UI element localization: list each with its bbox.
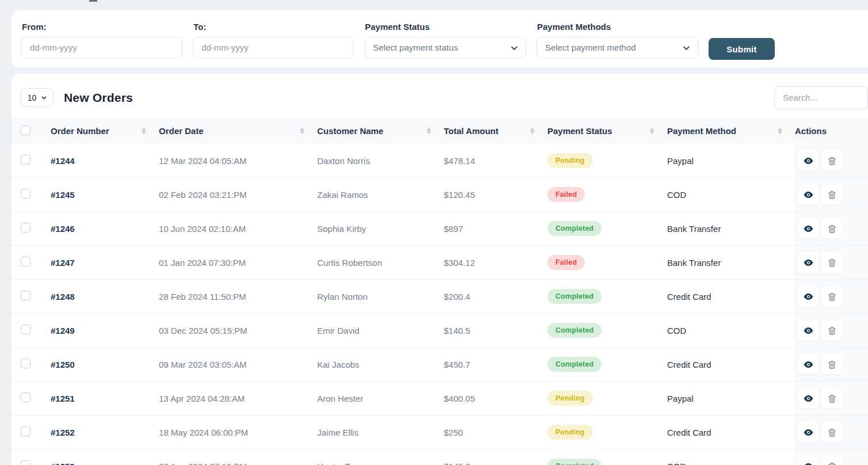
- column-header-customer-name[interactable]: Customer Name: [317, 118, 444, 144]
- delete-order-button[interactable]: [821, 286, 842, 307]
- order-number-link[interactable]: #1250: [51, 360, 75, 369]
- view-order-button[interactable]: [798, 184, 818, 205]
- total-amount: $145.3: [444, 462, 547, 465]
- column-header-order-date[interactable]: Order Date: [159, 118, 317, 144]
- column-header-actions: Actions: [795, 118, 868, 144]
- payment-status-badge: Completed: [547, 289, 601, 304]
- row-checkbox[interactable]: [21, 392, 31, 402]
- sort-arrows-icon[interactable]: [778, 128, 782, 134]
- table-body: #1244 12 Mar 2024 04:05:AM Daxton Norris…: [12, 144, 868, 465]
- orders-card-header: 10 New Orders: [12, 74, 868, 118]
- view-order-button[interactable]: [798, 218, 818, 239]
- payment-methods-label: Payment Methods: [537, 22, 698, 32]
- row-checkbox[interactable]: [21, 325, 31, 334]
- row-checkbox[interactable]: [21, 257, 31, 266]
- sort-arrows-icon[interactable]: [650, 128, 654, 134]
- total-amount: $200.4: [444, 292, 547, 302]
- table-row: #1244 12 Mar 2024 04:05:AM Daxton Norris…: [12, 144, 868, 178]
- order-number-link[interactable]: #1247: [51, 258, 75, 268]
- delete-order-button[interactable]: [821, 456, 842, 465]
- payment-method: COD: [667, 190, 795, 200]
- total-amount: $897: [444, 224, 547, 234]
- payment-method: Credit Card: [667, 360, 795, 369]
- select-all-checkbox[interactable]: [21, 125, 31, 135]
- order-date: 28 Feb 2024 11:50:PM: [159, 292, 317, 302]
- table-header-row: Order Number Order Date Customer Name To…: [12, 118, 868, 144]
- order-date: 03 Dec 2024 05:15:PM: [159, 326, 317, 336]
- view-order-button[interactable]: [798, 388, 818, 409]
- customer-name: Kai Jacobs: [317, 360, 444, 369]
- page-size-select[interactable]: 10: [21, 88, 54, 107]
- sort-arrows-icon[interactable]: [530, 128, 535, 134]
- view-order-button[interactable]: [798, 422, 818, 443]
- delete-order-button[interactable]: [821, 252, 842, 273]
- view-order-button[interactable]: [798, 286, 818, 307]
- order-number-link[interactable]: #1251: [51, 394, 75, 403]
- page-size-value: 10: [28, 93, 37, 102]
- delete-order-button[interactable]: [821, 218, 842, 239]
- order-number-link[interactable]: #1249: [51, 326, 75, 336]
- total-amount: $140.5: [444, 326, 547, 336]
- to-date-input[interactable]: [193, 37, 354, 58]
- search-input[interactable]: [774, 86, 868, 109]
- view-order-button[interactable]: [798, 252, 818, 273]
- customer-name: Sophia Kirby: [317, 224, 444, 234]
- row-checkbox[interactable]: [21, 189, 31, 199]
- row-checkbox[interactable]: [21, 291, 31, 300]
- delete-order-button[interactable]: [821, 150, 842, 171]
- trash-icon: [827, 258, 837, 268]
- order-number-link[interactable]: #1244: [51, 156, 75, 166]
- order-number-link[interactable]: #1253: [51, 462, 75, 465]
- view-order-button[interactable]: [798, 354, 818, 375]
- delete-order-button[interactable]: [821, 354, 842, 375]
- column-header-payment-method[interactable]: Payment Method: [667, 118, 795, 144]
- row-checkbox[interactable]: [21, 223, 31, 232]
- row-checkbox[interactable]: [21, 460, 31, 465]
- total-amount: $450.7: [444, 360, 547, 369]
- payment-method: Credit Card: [667, 292, 795, 302]
- row-checkbox[interactable]: [21, 155, 31, 165]
- table-row: #1253 20 Aug 2024 07:10:PM Hector Torres…: [12, 449, 868, 465]
- chevron-down-icon: [41, 94, 46, 99]
- payment-method-select[interactable]: Select payment method: [536, 37, 698, 58]
- order-date: 02 Feb 2024 03:21:PM: [159, 190, 317, 200]
- sort-arrows-icon[interactable]: [300, 128, 304, 134]
- eye-icon: [803, 325, 814, 336]
- order-number-link[interactable]: #1252: [51, 428, 75, 437]
- eye-icon: [803, 461, 814, 465]
- column-header-total-amount[interactable]: Total Amount: [444, 118, 547, 144]
- eye-icon: [803, 393, 814, 404]
- order-number-link[interactable]: #1245: [51, 190, 75, 200]
- payment-status-badge: Completed: [547, 459, 601, 465]
- table-row: #1250 09 Mar 2024 03:05:AM Kai Jacobs $4…: [12, 348, 868, 382]
- total-amount: $304.12: [444, 258, 547, 268]
- payment-status-badge: Pending: [547, 391, 593, 406]
- payment-status-badge: Pending: [547, 425, 593, 440]
- view-order-button[interactable]: [798, 456, 818, 465]
- row-checkbox[interactable]: [21, 359, 31, 368]
- sort-arrows-icon[interactable]: [142, 128, 146, 134]
- delete-order-button[interactable]: [821, 320, 842, 341]
- table-row: #1247 01 Jan 2024 07:30:PM Curtis Robert…: [12, 246, 868, 280]
- delete-order-button[interactable]: [821, 422, 842, 443]
- row-checkbox[interactable]: [21, 426, 31, 436]
- total-amount: $250: [444, 428, 547, 437]
- payment-status-badge: Completed: [547, 357, 601, 372]
- column-header-order-number[interactable]: Order Number: [51, 118, 159, 144]
- delete-order-button[interactable]: [821, 184, 842, 205]
- delete-order-button[interactable]: [821, 388, 842, 409]
- trash-icon: [827, 462, 837, 465]
- submit-button[interactable]: Submit: [709, 38, 775, 60]
- sort-arrows-icon[interactable]: [427, 128, 431, 134]
- payment-status-select[interactable]: Select payment status: [364, 37, 526, 58]
- view-order-button[interactable]: [798, 150, 818, 171]
- column-header-payment-status[interactable]: Payment Status: [547, 118, 667, 144]
- eye-icon: [803, 155, 814, 166]
- order-number-link[interactable]: #1246: [51, 224, 75, 234]
- view-order-button[interactable]: [798, 320, 818, 341]
- payment-methods-group: Payment Methods Select payment method: [536, 20, 698, 58]
- order-date: 09 Mar 2024 03:05:AM: [159, 360, 317, 369]
- from-date-input[interactable]: [21, 37, 182, 58]
- payment-method-select-value: Select payment method: [545, 43, 636, 52]
- order-number-link[interactable]: #1248: [51, 292, 75, 302]
